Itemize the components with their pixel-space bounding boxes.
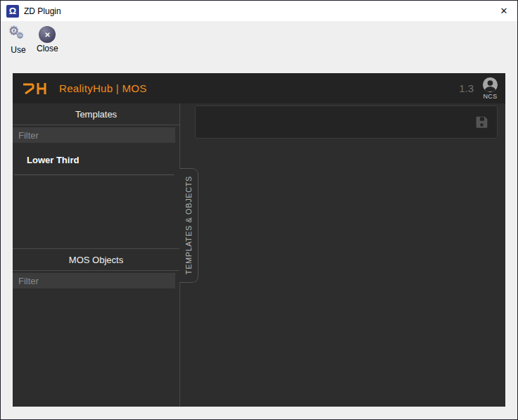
tab-label: TEMPLATES & OBJECTS (184, 176, 193, 274)
close-button[interactable]: ✕ Close (33, 25, 62, 54)
omega-app-icon: Ω (6, 5, 19, 18)
mos-objects-filter-input[interactable] (13, 273, 175, 288)
templates-section-header: Templates (13, 103, 179, 125)
sidebar: Templates Lower Third MOS Objects (13, 103, 180, 407)
tab-templates-and-objects[interactable]: TEMPLATES & OBJECTS (179, 168, 198, 283)
hub-header: RealityHub | MOS 1.3 NCS (13, 73, 505, 103)
template-item-lower-third[interactable]: Lower Third (14, 151, 174, 175)
user-avatar-icon (482, 77, 498, 93)
save-toolbar (195, 106, 498, 139)
close-button-label: Close (37, 44, 58, 53)
toolbar: ⚙ ⚙ Use ✕ Close (1, 21, 517, 62)
use-button-label: Use (11, 45, 25, 55)
main-area (180, 103, 505, 407)
use-button[interactable]: ⚙ ⚙ Use (5, 25, 32, 56)
mos-objects-section-header: MOS Objects (13, 248, 179, 271)
hub-app-title: RealityHub | MOS (59, 82, 147, 94)
templates-filter-input[interactable] (13, 127, 175, 143)
close-circle-icon: ✕ (39, 26, 56, 43)
window-close-button[interactable]: ✕ (491, 1, 517, 21)
version-label: 1.3 (459, 82, 474, 94)
save-icon[interactable] (474, 115, 489, 129)
window-title: ZD Plugin (24, 6, 61, 16)
titlebar: Ω ZD Plugin ✕ (1, 1, 517, 21)
template-list: Lower Third (13, 151, 179, 175)
zd-plugin-window: Ω ZD Plugin ✕ ⚙ ⚙ Use ✕ Close (0, 0, 518, 420)
gears-icon: ⚙ ⚙ (8, 25, 28, 44)
hub-body: Templates Lower Third MOS Objects TEMPLA… (13, 103, 505, 407)
user-menu[interactable]: NCS (482, 77, 498, 100)
realityhub-panel: RealityHub | MOS 1.3 NCS (13, 73, 505, 407)
user-label: NCS (483, 94, 497, 100)
rh-logo-icon (21, 81, 48, 96)
